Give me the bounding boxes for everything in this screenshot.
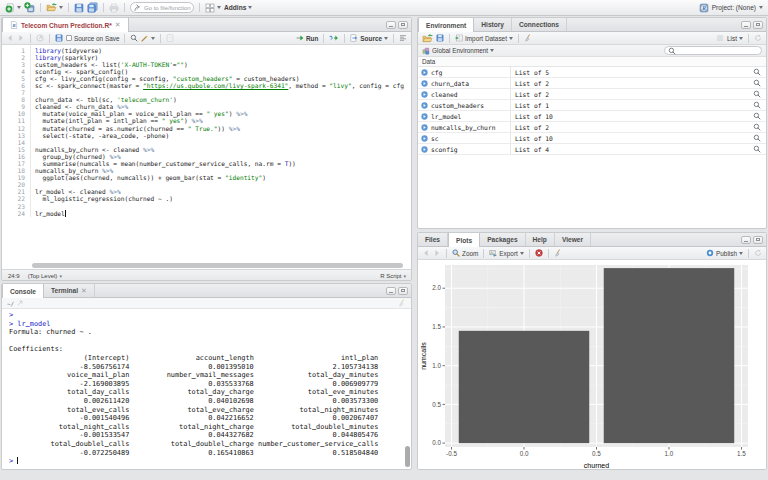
- find-replace-icon[interactable]: [130, 34, 138, 42]
- expand-object-icon[interactable]: [421, 69, 428, 76]
- console-minimize-button[interactable]: [386, 287, 396, 295]
- expand-object-icon[interactable]: [421, 124, 428, 131]
- zoom-button[interactable]: Zoom: [452, 249, 478, 257]
- pane-layout-button[interactable]: [205, 3, 221, 13]
- minimize-pane-button[interactable]: [386, 21, 396, 29]
- plots-maximize-button[interactable]: [753, 236, 763, 244]
- new-file-button[interactable]: [5, 3, 21, 13]
- tab-terminal[interactable]: Terminal ✕: [44, 284, 95, 297]
- open-new-window-icon[interactable]: [36, 34, 44, 42]
- inspect-object-icon[interactable]: [753, 145, 761, 153]
- list-view-button[interactable]: List: [727, 35, 743, 42]
- refresh-plot-icon[interactable]: [754, 249, 762, 257]
- external-link-icon[interactable]: [16, 299, 24, 307]
- plots-minimize-button[interactable]: [741, 236, 751, 244]
- save-all-icon[interactable]: [87, 2, 98, 13]
- open-file-button[interactable]: [46, 2, 63, 13]
- addins-label: Addins: [224, 4, 246, 11]
- source-on-save-toggle[interactable]: Source on Save: [66, 35, 119, 42]
- clear-workspace-icon[interactable]: [524, 34, 532, 42]
- publish-button[interactable]: Publish: [706, 249, 743, 257]
- export-button[interactable]: Export: [489, 249, 523, 257]
- previous-plot-icon[interactable]: [422, 249, 430, 257]
- back-icon[interactable]: [6, 34, 14, 42]
- open-recent-caret-icon[interactable]: [59, 6, 63, 9]
- next-plot-icon[interactable]: [433, 249, 441, 257]
- editor-save-icon[interactable]: [55, 34, 63, 42]
- expand-object-icon[interactable]: [421, 146, 428, 153]
- code-tools-button[interactable]: [141, 34, 155, 42]
- load-workspace-icon[interactable]: [422, 33, 433, 44]
- environment-object-row[interactable]: numcalls_by_churnList of 2: [418, 122, 766, 133]
- inspect-object-icon[interactable]: [753, 101, 761, 109]
- console-tabbar: Console Terminal ✕: [2, 284, 411, 298]
- close-tab-icon[interactable]: ✕: [115, 21, 121, 29]
- clear-console-icon[interactable]: [398, 299, 406, 307]
- environment-object-row[interactable]: sconfigList of 4: [418, 144, 766, 155]
- editor-tab[interactable]: R Telecom Churn Prediction.R* ✕: [2, 18, 129, 32]
- environment-object-row[interactable]: cfgList of 5: [418, 67, 766, 78]
- tab-viewer[interactable]: Viewer: [555, 233, 591, 246]
- inspect-object-icon[interactable]: [753, 79, 761, 87]
- save-workspace-icon[interactable]: [436, 34, 444, 42]
- env-maximize-button[interactable]: [753, 21, 763, 29]
- new-project-icon[interactable]: [24, 2, 35, 13]
- expand-object-icon[interactable]: [421, 102, 428, 109]
- tab-packages[interactable]: Packages: [480, 233, 525, 246]
- document-outline-icon[interactable]: [399, 34, 407, 42]
- environment-object-row[interactable]: cleanedList of 2: [418, 89, 766, 100]
- env-minimize-button[interactable]: [741, 21, 751, 29]
- environment-object-row[interactable]: lr_modelList of 10: [418, 111, 766, 122]
- svg-text:1.0: 1.0: [432, 362, 441, 369]
- tab-files[interactable]: Files: [418, 233, 448, 246]
- environment-object-row[interactable]: custom_headersList of 1: [418, 100, 766, 111]
- environment-object-row[interactable]: churn_dataList of 2: [418, 78, 766, 89]
- inspect-object-icon[interactable]: [753, 112, 761, 120]
- toolbar-separator: [49, 34, 50, 43]
- console-scrollbar[interactable]: [405, 446, 410, 467]
- tab-history[interactable]: History: [474, 18, 512, 31]
- expand-object-icon[interactable]: [421, 80, 428, 87]
- source-on-save-checkbox[interactable]: [66, 35, 72, 41]
- tab-environment[interactable]: Environment: [418, 18, 474, 32]
- expand-object-icon[interactable]: [421, 113, 428, 120]
- close-terminal-icon[interactable]: ✕: [81, 287, 87, 295]
- source-button[interactable]: Source: [350, 34, 388, 42]
- environment-object-row[interactable]: scList of 10: [418, 133, 766, 144]
- import-dataset-button[interactable]: Import Dataset: [455, 34, 513, 42]
- clear-plots-icon[interactable]: [554, 249, 562, 257]
- tab-plots[interactable]: Plots: [448, 233, 480, 247]
- console-maximize-button[interactable]: [398, 287, 408, 295]
- scope-selector[interactable]: (Top Level) ▾: [28, 273, 61, 279]
- compile-report-icon[interactable]: [166, 34, 174, 42]
- horizontal-scrollbar[interactable]: [32, 263, 407, 268]
- new-file-caret-icon[interactable]: [17, 6, 21, 9]
- remove-plot-icon[interactable]: [535, 249, 543, 257]
- tab-help[interactable]: Help: [526, 233, 555, 246]
- expand-object-icon[interactable]: [421, 135, 428, 142]
- file-type-selector[interactable]: R Script ▾: [380, 273, 405, 279]
- inspect-object-icon[interactable]: [753, 123, 761, 131]
- project-menu-button[interactable]: R Project: (None): [699, 3, 763, 13]
- save-icon[interactable]: [74, 3, 84, 13]
- inspect-object-icon[interactable]: [753, 68, 761, 76]
- goto-file-input[interactable]: Go to file/function: [130, 2, 194, 13]
- refresh-env-icon[interactable]: [754, 34, 762, 42]
- inspect-object-icon[interactable]: [753, 134, 761, 142]
- maximize-pane-button[interactable]: [398, 21, 408, 29]
- print-icon[interactable]: [109, 3, 119, 13]
- run-button[interactable]: Run: [296, 34, 318, 42]
- tab-console[interactable]: Console: [2, 284, 44, 298]
- environment-scope-selector[interactable]: Global Environment: [422, 47, 494, 55]
- environment-search-input[interactable]: [664, 46, 762, 55]
- inspect-object-icon[interactable]: [753, 90, 761, 98]
- tab-connections[interactable]: Connections: [512, 18, 567, 31]
- code-editor[interactable]: 123456789101112131415161718192021222324 …: [2, 45, 411, 269]
- plot-viewport[interactable]: 0.00.51.01.52.0-0.50.00.51.01.5churnednu…: [418, 260, 766, 470]
- addins-button[interactable]: Addins: [224, 4, 252, 11]
- rerun-icon[interactable]: [329, 33, 339, 43]
- console-output[interactable]: >> lr_modelFormula: churned ~ . Coeffici…: [2, 309, 411, 469]
- expand-object-icon[interactable]: [421, 91, 428, 98]
- forward-icon[interactable]: [17, 34, 25, 42]
- horizontal-scrollbar-thumb[interactable]: [32, 263, 403, 268]
